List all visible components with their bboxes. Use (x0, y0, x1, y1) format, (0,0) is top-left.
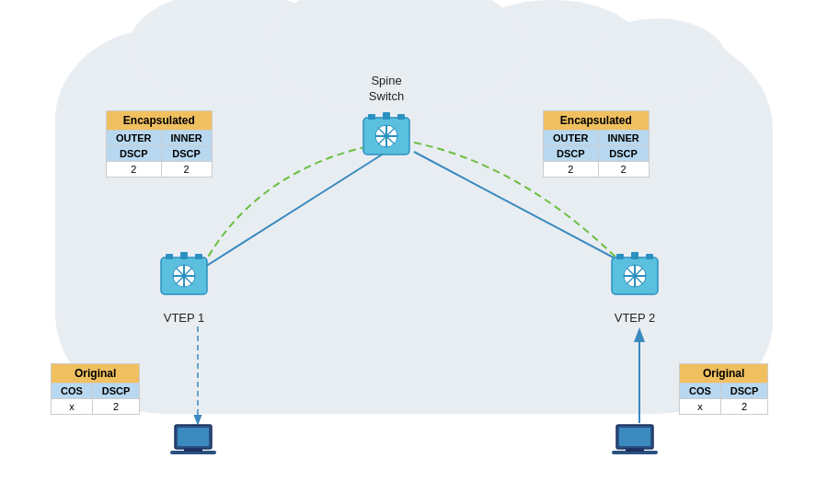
vtep1: VTEP 1 (156, 248, 212, 325)
svg-rect-32 (178, 428, 209, 446)
svg-rect-11 (383, 112, 390, 120)
encapsulated-table-left: Encapsulated OUTER INNER DSCP DSCP 2 2 (106, 110, 213, 178)
svg-rect-12 (397, 114, 405, 120)
original-table-right: Original COS DSCP x 2 (679, 363, 768, 415)
svg-rect-21 (195, 254, 202, 259)
vtep1-label: VTEP 1 (156, 311, 212, 325)
enc-left-row1c1: DSCP (107, 146, 162, 162)
orig-right-row1c1: x (680, 399, 721, 415)
orig-right-row1c2: 2 (720, 399, 768, 415)
cloud-background (55, 28, 773, 414)
vtep2: VTEP 2 (607, 248, 662, 325)
enc-right-row1c2: DSCP (598, 146, 649, 162)
laptop-right (612, 423, 658, 462)
cloud-bump-2 (589, 18, 727, 101)
scene: SpineSwitch (0, 0, 828, 504)
orig-left-col1: COS (52, 384, 93, 399)
svg-rect-30 (646, 254, 653, 259)
encapsulated-table-right: Encapsulated OUTER INNER DSCP DSCP 2 2 (543, 110, 650, 178)
enc-left-col2: INNER (161, 131, 212, 146)
spine-switch: SpineSwitch (359, 74, 414, 167)
enc-right-col1: OUTER (544, 131, 599, 146)
svg-rect-29 (631, 252, 638, 259)
laptop-right-icon (612, 423, 658, 458)
enc-left-title: Encapsulated (107, 111, 213, 131)
spine-switch-icon (359, 109, 414, 164)
svg-rect-19 (166, 254, 173, 259)
orig-right-col2: DSCP (720, 384, 768, 399)
original-table-left: Original COS DSCP x 2 (51, 363, 140, 415)
svg-rect-20 (180, 252, 188, 259)
orig-right-col1: COS (680, 384, 721, 399)
enc-right-title: Encapsulated (544, 111, 650, 131)
laptop-left-icon (170, 423, 216, 458)
svg-rect-34 (184, 449, 202, 452)
orig-left-row1c2: 2 (92, 399, 140, 415)
enc-right-row1c1: DSCP (544, 146, 599, 162)
svg-rect-36 (619, 428, 650, 446)
svg-rect-38 (626, 449, 644, 452)
enc-left-row2c2: 2 (161, 162, 212, 178)
enc-left-col1: OUTER (107, 131, 162, 146)
enc-right-col2: INNER (598, 131, 649, 146)
svg-rect-10 (368, 114, 375, 120)
vtep2-label: VTEP 2 (607, 311, 662, 325)
orig-right-title: Original (680, 364, 768, 384)
enc-left-row1c2: DSCP (161, 146, 212, 162)
laptop-left (170, 423, 216, 462)
svg-rect-28 (616, 254, 624, 259)
orig-left-col2: DSCP (92, 384, 140, 399)
enc-right-row2c2: 2 (598, 162, 649, 178)
enc-left-row2c1: 2 (107, 162, 162, 178)
vtep1-icon (156, 248, 212, 304)
vtep2-icon (607, 248, 662, 304)
enc-right-row2c1: 2 (544, 162, 599, 178)
orig-left-row1c1: x (52, 399, 93, 415)
orig-left-title: Original (52, 364, 140, 384)
spine-switch-label: SpineSwitch (359, 74, 414, 105)
